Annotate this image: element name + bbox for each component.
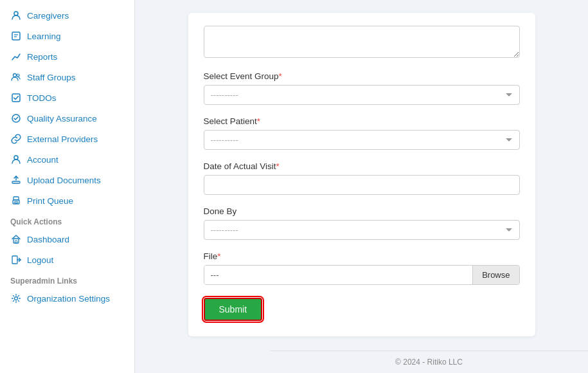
gear-icon	[10, 293, 22, 304]
svg-rect-13	[14, 202, 18, 203]
event-group-label: Select Event Group*	[204, 71, 520, 81]
account-icon	[10, 154, 22, 165]
browse-button[interactable]: Browse	[472, 266, 519, 284]
date-input[interactable]	[204, 175, 520, 195]
form-group-file: File* --- Browse	[204, 251, 520, 285]
superadmin-label: Superadmin Links	[0, 270, 134, 288]
sidebar-label-caregivers: Caregivers	[27, 11, 69, 21]
book-icon	[10, 30, 22, 42]
sidebar-label-upload-documents: Upload Documents	[27, 176, 101, 185]
form-group-date: Date of Actual Visit*	[204, 161, 520, 195]
form-group-patient: Select Patient* ----------	[204, 116, 520, 150]
event-group-select[interactable]: ----------	[204, 85, 520, 105]
svg-rect-1	[12, 32, 20, 40]
file-label: File*	[204, 251, 520, 261]
sidebar-item-staff-groups[interactable]: Staff Groups	[0, 67, 134, 87]
sidebar-label-print-queue: Print Queue	[27, 196, 73, 206]
group-icon	[10, 71, 22, 83]
sidebar-item-learning[interactable]: Learning	[0, 26, 134, 46]
chart-icon	[10, 51, 22, 62]
form-group-textarea	[204, 26, 520, 60]
sidebar-item-external-providers[interactable]: External Providers	[0, 129, 134, 149]
patient-label: Select Patient*	[204, 116, 520, 126]
printer-icon	[10, 195, 22, 206]
done-by-select[interactable]: ----------	[204, 220, 520, 240]
date-label: Date of Actual Visit*	[204, 161, 520, 171]
sidebar-item-reports[interactable]: Reports	[0, 46, 134, 67]
checkbox-icon	[10, 92, 22, 104]
svg-point-8	[14, 156, 18, 159]
sidebar-item-upload-documents[interactable]: Upload Documents	[0, 170, 134, 190]
main-content: Select Event Group* ---------- Select Pa…	[135, 0, 588, 373]
sidebar: Caregivers Learning Reports	[0, 0, 135, 373]
circle-check-icon	[10, 113, 22, 124]
sidebar-label-logout: Logout	[27, 255, 53, 265]
sidebar-item-print-queue[interactable]: Print Queue	[0, 190, 134, 211]
svg-rect-11	[13, 197, 19, 200]
submit-button[interactable]: Submit	[204, 298, 263, 321]
svg-point-5	[17, 74, 19, 77]
footer: © 2024 - Ritiko LLC	[270, 350, 588, 373]
home-icon	[10, 233, 22, 245]
sidebar-item-account[interactable]: Account	[0, 149, 134, 170]
form-card: Select Event Group* ---------- Select Pa…	[188, 13, 535, 336]
patient-select[interactable]: ----------	[204, 130, 520, 150]
link-icon	[10, 133, 22, 145]
sidebar-label-quality-assurance: Quality Assurance	[27, 114, 97, 123]
form-group-event-group: Select Event Group* ----------	[204, 71, 520, 105]
footer-text: © 2024 - Ritiko LLC	[395, 358, 463, 367]
exit-icon	[10, 254, 22, 266]
sidebar-label-dashboard: Dashboard	[27, 235, 69, 244]
sidebar-item-logout[interactable]: Logout	[0, 250, 134, 270]
sidebar-label-reports: Reports	[27, 52, 57, 62]
svg-point-4	[13, 74, 17, 77]
sidebar-label-org-settings: Organization Settings	[27, 294, 110, 304]
sidebar-item-caregivers[interactable]: Caregivers	[0, 5, 134, 26]
person-icon	[10, 10, 22, 21]
svg-point-18	[15, 297, 18, 300]
sidebar-label-todos: TODOs	[27, 93, 57, 103]
svg-rect-16	[12, 256, 17, 264]
upload-icon	[10, 174, 22, 186]
svg-point-0	[14, 12, 18, 15]
form-group-done-by: Done By ----------	[204, 206, 520, 240]
sidebar-label-learning: Learning	[27, 32, 61, 41]
sidebar-item-todos[interactable]: TODOs	[0, 87, 134, 108]
notes-textarea[interactable]	[204, 26, 520, 58]
sidebar-item-org-settings[interactable]: Organization Settings	[0, 288, 134, 309]
file-display: ---	[204, 266, 473, 284]
file-input-row: --- Browse	[204, 265, 520, 285]
quick-actions-label: Quick Actions	[0, 211, 134, 229]
sidebar-label-staff-groups: Staff Groups	[27, 73, 76, 82]
sidebar-label-external-providers: External Providers	[27, 134, 98, 144]
sidebar-item-dashboard[interactable]: Dashboard	[0, 229, 134, 250]
sidebar-label-account: Account	[27, 155, 58, 165]
submit-wrapper: Submit	[204, 298, 520, 321]
done-by-label: Done By	[204, 206, 520, 216]
sidebar-item-quality-assurance[interactable]: Quality Assurance	[0, 108, 134, 129]
svg-rect-9	[12, 181, 20, 183]
